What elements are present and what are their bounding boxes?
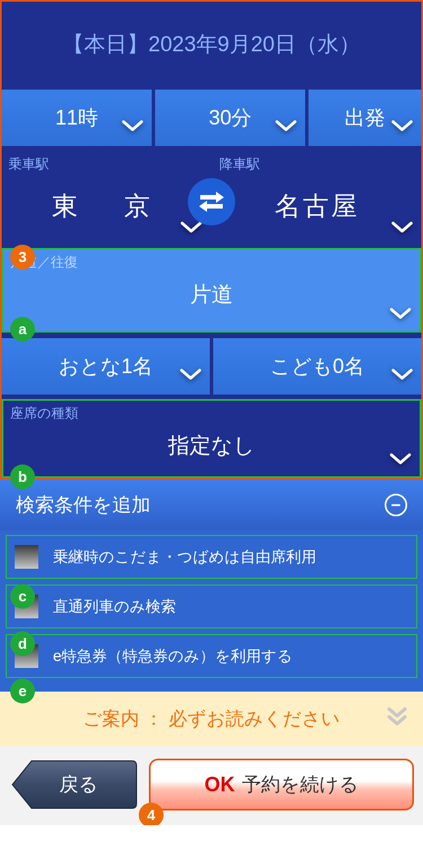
chevron-down-icon — [391, 363, 413, 387]
notice-text: ご案内 ： 必ずお読みください — [83, 708, 340, 729]
trip-type-label: 片道／往復 — [10, 253, 413, 271]
adult-value: おとな1名 — [59, 353, 153, 380]
adult-count-select[interactable]: おとな1名 — [2, 338, 210, 395]
condition-label: e特急券（特急券のみ）を利用する — [53, 646, 293, 666]
collapse-icon: − — [385, 494, 407, 516]
to-label: 降車駅 — [219, 155, 415, 173]
minute-select[interactable]: 30分 — [155, 90, 305, 146]
annotation-e: e — [10, 679, 35, 703]
svg-marker-1 — [199, 201, 223, 212]
main-search-panel: 【本日】2023年9月20日（水） 11時 30分 出発 — [0, 0, 423, 480]
expand-double-chevron-icon — [385, 705, 409, 734]
hour-select[interactable]: 11時 — [2, 90, 152, 146]
checkbox-icon[interactable] — [15, 545, 38, 569]
chevron-down-icon — [391, 114, 413, 138]
back-label: 戻る — [59, 772, 98, 798]
from-station-select[interactable]: 乗車駅 東 京 — [2, 152, 210, 245]
add-conditions-label: 検索条件を追加 — [16, 492, 151, 518]
annotation-c: c — [10, 584, 35, 609]
annotation-b: b — [10, 464, 35, 489]
button-row: 戻る OK 予約を続ける — [0, 746, 423, 825]
back-button[interactable]: 戻る — [9, 759, 139, 811]
date-text: 【本日】2023年9月20日（水） — [63, 32, 360, 56]
to-station-name: 名古屋 — [219, 189, 415, 224]
annotation-a: a — [10, 317, 35, 342]
minute-value: 30分 — [209, 104, 252, 132]
ok-text: 予約を続ける — [242, 772, 359, 798]
conditions-list: 乗継時のこだま・つばめは自由席利用 直通列車のみ検索 e特急券（特急券のみ）を利… — [0, 530, 423, 692]
hour-value: 11時 — [55, 104, 98, 132]
chevron-down-icon — [179, 363, 202, 387]
annotation-d: d — [10, 631, 35, 656]
seat-type-select[interactable]: 座席の種類 指定なし — [2, 399, 421, 478]
condition-label: 直通列車のみ検索 — [53, 596, 176, 617]
chevron-down-icon — [275, 114, 297, 138]
seat-type-label: 座席の種類 — [10, 404, 413, 422]
swap-stations-button[interactable] — [188, 178, 235, 225]
add-conditions-toggle[interactable]: 検索条件を追加 − — [0, 480, 423, 530]
from-station-name: 東 京 — [8, 189, 204, 224]
seat-type-value: 指定なし — [10, 431, 413, 460]
depart-arrive-select[interactable]: 出発 — [309, 90, 421, 146]
ok-prefix: OK — [205, 773, 235, 796]
passenger-row: おとな1名 こども0名 — [2, 338, 421, 395]
svg-marker-0 — [200, 192, 224, 203]
time-row: 11時 30分 出発 — [2, 90, 421, 149]
child-value: こども0名 — [270, 353, 364, 380]
chevron-down-icon — [389, 307, 412, 323]
child-count-select[interactable]: こども0名 — [213, 338, 421, 395]
annotation-4: 4 — [139, 803, 164, 825]
station-row: 乗車駅 東 京 降車駅 名古屋 — [2, 149, 421, 245]
depart-value: 出発 — [345, 104, 385, 132]
condition-label: 乗継時のこだま・つばめは自由席利用 — [53, 547, 316, 567]
date-selector[interactable]: 【本日】2023年9月20日（水） — [2, 2, 421, 90]
trip-type-select[interactable]: 片道／往復 片道 — [2, 248, 421, 333]
chevron-down-icon — [121, 114, 144, 138]
swap-arrows-icon — [197, 187, 226, 216]
to-station-select[interactable]: 降車駅 名古屋 — [213, 152, 421, 245]
chevron-down-icon — [391, 221, 413, 237]
condition-direct-only[interactable]: 直通列車のみ検索 — [6, 584, 417, 628]
trip-type-value: 片道 — [10, 280, 413, 309]
condition-e-express-ticket[interactable]: e特急券（特急券のみ）を利用する — [6, 634, 417, 678]
chevron-down-icon — [180, 221, 202, 237]
from-label: 乗車駅 — [8, 155, 204, 173]
condition-kodama-free-seat[interactable]: 乗継時のこだま・つばめは自由席利用 — [6, 535, 417, 579]
ok-continue-button[interactable]: OK 予約を続ける — [149, 759, 414, 811]
chevron-down-icon — [389, 453, 412, 468]
booking-screen: 【本日】2023年9月20日（水） 11時 30分 出発 — [0, 0, 423, 825]
notice-expand[interactable]: ご案内 ： 必ずお読みください — [0, 692, 423, 746]
annotation-3: 3 — [10, 245, 35, 269]
